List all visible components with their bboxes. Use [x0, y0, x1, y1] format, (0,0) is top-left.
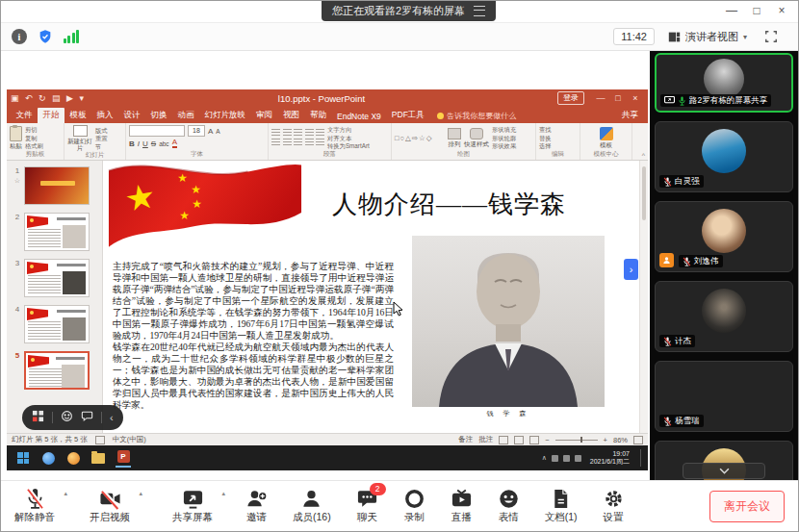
format-painter-button[interactable]: 格式刷 [25, 142, 43, 149]
fit-slide-icon[interactable] [633, 436, 643, 444]
arrange-button[interactable]: 排列 [448, 128, 461, 147]
zoom-slider[interactable] [555, 440, 598, 441]
slide-canvas[interactable]: ★ ★ ★ ★ ★ 人物介绍——钱学森 主持完成了“喷气和火箭技术的建立”规划，… [103, 161, 648, 433]
spellcheck-icon[interactable] [95, 436, 105, 444]
font-name-select[interactable] [129, 125, 185, 137]
leave-meeting-button[interactable]: 离开会议 [709, 491, 785, 522]
record-button[interactable]: 录制 [403, 488, 425, 524]
layout-button[interactable]: 版式 [95, 127, 108, 134]
close-button[interactable]: × [769, 1, 794, 20]
shapes-gallery[interactable]: □○△⇨☆◇ [395, 134, 445, 142]
ppt-share-button[interactable]: 共享 [616, 108, 644, 123]
tab-file[interactable]: 文件 [11, 108, 38, 123]
paste-button[interactable]: 粘贴 [10, 126, 22, 149]
cut-button[interactable]: 剪切 [25, 126, 43, 133]
view-mode-switcher[interactable]: 演讲者视图 ▾ [668, 30, 747, 44]
firefox-app-icon[interactable] [65, 450, 81, 466]
banner-menu-icon[interactable] [474, 6, 485, 16]
meeting-info-icon[interactable]: i [11, 28, 28, 45]
sidebar-toggle-handle[interactable]: › [624, 259, 638, 280]
tray-expand-icon[interactable]: ∧ [542, 454, 547, 462]
slide-thumbnail-1[interactable] [24, 166, 90, 205]
slide-scrollbar[interactable] [639, 161, 648, 433]
scroll-more-participants-button[interactable] [683, 463, 765, 479]
tray-icon[interactable] [563, 455, 570, 462]
ppt-signin-button[interactable]: 登录 [557, 91, 584, 105]
live-stream-button[interactable]: 直播 [451, 488, 473, 524]
start-video-button[interactable]: 开启视频 ▴ [90, 488, 130, 524]
font-size-select[interactable]: 18 [188, 125, 205, 137]
invite-button[interactable]: 邀请 [245, 488, 268, 524]
tab-animations[interactable]: 动画 [172, 108, 199, 123]
tab-pdf-tools[interactable]: PDF工具 [386, 108, 429, 123]
chat-button[interactable]: 聊天 2 [356, 488, 378, 524]
network-signal-icon[interactable] [63, 28, 80, 45]
font-color-button[interactable]: A [172, 139, 177, 148]
minimize-button[interactable]: — [719, 1, 744, 20]
slide-thumbnail-5-selected[interactable] [24, 351, 90, 390]
tab-endnote[interactable]: EndNote X9 [332, 110, 387, 123]
quick-styles-button[interactable]: 快速样式 [464, 128, 489, 147]
ppt-minimize-button[interactable]: — [592, 89, 609, 107]
zoom-out-icon[interactable]: − [545, 436, 549, 444]
slideshow-view-icon[interactable] [529, 436, 539, 444]
slide-thumbnail-4[interactable] [24, 305, 90, 343]
participant-tile[interactable]: 计杰 [655, 281, 793, 352]
shape-effects-button[interactable]: 形状效果 [492, 142, 516, 149]
align-buttons[interactable] [271, 139, 324, 146]
tab-home[interactable]: 开始 [38, 108, 64, 123]
italic-button[interactable]: I [138, 139, 140, 148]
normal-view-icon[interactable] [499, 436, 508, 444]
ppt-maximize-button[interactable]: □ [609, 89, 627, 107]
tell-me-search[interactable]: 告诉我你想要做什么 [437, 111, 516, 123]
tab-view[interactable]: 视图 [278, 108, 305, 123]
shrink-font-button[interactable]: A [216, 128, 219, 135]
bold-button[interactable]: B [129, 139, 135, 148]
maximize-button[interactable]: □ [744, 1, 769, 20]
show-desktop-button[interactable] [640, 449, 644, 467]
copy-button[interactable]: 复制 [25, 135, 43, 141]
tab-slideshow[interactable]: 幻灯片放映 [199, 108, 251, 123]
zoom-in-icon[interactable]: + [604, 436, 607, 444]
participant-tile[interactable]: 白灵强 [655, 121, 793, 192]
windows-start-icon[interactable] [15, 450, 31, 466]
layout-grid-icon[interactable] [32, 409, 44, 426]
text-direction-button[interactable]: 文字方向 [327, 126, 370, 133]
section-button[interactable]: 节 [95, 143, 108, 150]
participant-tile[interactable]: 杨雪瑞 [655, 361, 793, 432]
template-button[interactable]: 模板 [600, 127, 613, 148]
tray-icon[interactable] [575, 455, 581, 462]
tab-insert[interactable]: 插入 [91, 108, 118, 123]
grow-font-button[interactable]: A [208, 127, 213, 136]
list-buttons[interactable] [271, 129, 324, 137]
smartart-button[interactable]: 转换为SmartArt [327, 142, 370, 149]
tab-review[interactable]: 审阅 [251, 108, 278, 123]
reactions-button[interactable]: 表情 [498, 488, 520, 524]
emoji-reaction-icon[interactable] [61, 409, 73, 426]
participant-tile-sharing[interactable]: 路2罗有栋的屏幕共享 [655, 53, 793, 113]
underline-button[interactable]: U [142, 139, 148, 148]
mic-options-expander[interactable]: ▴ [64, 490, 67, 497]
strikethrough-button[interactable]: S [151, 139, 156, 148]
share-screen-button[interactable]: 共享屏幕 ▴ [172, 488, 213, 524]
language-indicator[interactable]: 中文(中国) [113, 435, 146, 444]
file-explorer-icon[interactable] [90, 450, 106, 466]
shape-outline-button[interactable]: 形状轮廓 [492, 135, 516, 141]
settings-button[interactable]: 设置 [603, 488, 625, 524]
collapse-ribbon-icon[interactable]: ^ [642, 152, 645, 159]
align-text-button[interactable]: 对齐文本 [327, 135, 370, 141]
char-spacing-button[interactable]: abc [159, 140, 168, 147]
tab-transitions[interactable]: 切换 [145, 108, 172, 123]
unmute-button[interactable]: 解除静音 ▴ [14, 488, 55, 524]
participant-tile[interactable]: 刘逸伟 [655, 201, 793, 272]
reset-button[interactable]: 重置 [95, 135, 108, 141]
select-button[interactable]: 选择 [539, 142, 552, 149]
fullscreen-icon[interactable] [762, 28, 780, 45]
slide-thumbnail-3[interactable] [24, 259, 90, 297]
tab-design[interactable]: 设计 [118, 108, 145, 123]
slide-thumbnail-2[interactable] [24, 213, 90, 251]
shape-fill-button[interactable]: 形状填充 [492, 126, 516, 133]
new-slide-button[interactable]: 新建幻灯片 [67, 125, 92, 151]
powerpoint-taskbar-icon[interactable]: P [116, 449, 131, 468]
members-button[interactable]: 成员(16) [293, 488, 331, 524]
